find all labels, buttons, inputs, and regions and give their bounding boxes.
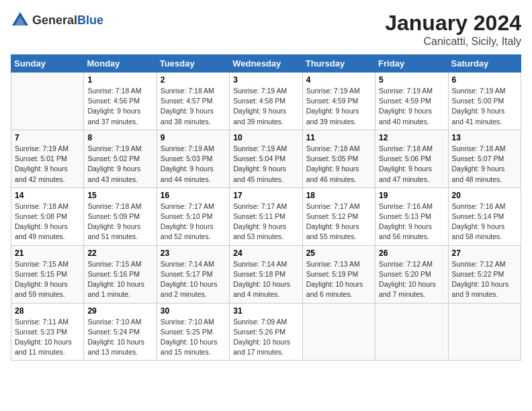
day-info: Sunrise: 7:11 AMSunset: 5:23 PMDaylight:…	[15, 317, 80, 358]
day-info: Sunrise: 7:10 AMSunset: 5:24 PMDaylight:…	[87, 317, 152, 358]
calendar-cell: 15Sunrise: 7:18 AMSunset: 5:09 PMDayligh…	[84, 187, 157, 245]
day-number: 31	[233, 306, 298, 316]
day-number: 8	[87, 133, 152, 142]
calendar-cell: 3Sunrise: 7:19 AMSunset: 4:58 PMDaylight…	[230, 73, 302, 130]
calendar-cell: 21Sunrise: 7:15 AMSunset: 5:15 PMDayligh…	[11, 245, 84, 303]
day-header-wednesday: Wednesday	[230, 55, 302, 73]
day-info: Sunrise: 7:18 AMSunset: 5:08 PMDaylight:…	[15, 201, 80, 242]
calendar-cell: 30Sunrise: 7:10 AMSunset: 5:25 PMDayligh…	[157, 303, 229, 361]
day-number: 20	[452, 191, 517, 200]
day-info: Sunrise: 7:18 AMSunset: 4:56 PMDaylight:…	[87, 86, 152, 127]
calendar-cell: 18Sunrise: 7:17 AMSunset: 5:12 PMDayligh…	[302, 187, 375, 245]
day-info: Sunrise: 7:19 AMSunset: 4:58 PMDaylight:…	[233, 86, 298, 127]
calendar-cell	[375, 303, 448, 361]
day-info: Sunrise: 7:19 AMSunset: 5:00 PMDaylight:…	[452, 86, 517, 127]
day-header-friday: Friday	[375, 55, 448, 73]
day-number: 10	[233, 133, 298, 142]
day-info: Sunrise: 7:13 AMSunset: 5:19 PMDaylight:…	[306, 259, 371, 300]
day-info: Sunrise: 7:19 AMSunset: 5:03 PMDaylight:…	[161, 144, 226, 185]
calendar-header: SundayMondayTuesdayWednesdayThursdayFrid…	[11, 55, 521, 73]
day-number: 9	[161, 133, 226, 142]
day-header-sunday: Sunday	[11, 55, 84, 73]
day-number: 23	[161, 248, 226, 258]
day-info: Sunrise: 7:17 AMSunset: 5:12 PMDaylight:…	[306, 201, 371, 242]
page-header: GeneralBlue January 2024 Canicatti, Sici…	[11, 11, 521, 48]
day-info: Sunrise: 7:10 AMSunset: 5:25 PMDaylight:…	[161, 317, 226, 358]
day-info: Sunrise: 7:15 AMSunset: 5:16 PMDaylight:…	[87, 259, 152, 300]
day-info: Sunrise: 7:17 AMSunset: 5:10 PMDaylight:…	[161, 201, 226, 242]
day-info: Sunrise: 7:18 AMSunset: 5:07 PMDaylight:…	[452, 144, 517, 185]
calendar-cell: 22Sunrise: 7:15 AMSunset: 5:16 PMDayligh…	[84, 245, 157, 303]
day-info: Sunrise: 7:14 AMSunset: 5:18 PMDaylight:…	[233, 259, 298, 300]
day-number: 18	[306, 191, 371, 200]
day-number: 6	[452, 75, 517, 85]
day-number: 29	[87, 306, 152, 316]
page-subtitle: Canicatti, Sicily, Italy	[385, 36, 521, 48]
week-row-3: 14Sunrise: 7:18 AMSunset: 5:08 PMDayligh…	[11, 187, 521, 245]
calendar-cell: 25Sunrise: 7:13 AMSunset: 5:19 PMDayligh…	[302, 245, 375, 303]
day-number: 14	[15, 191, 80, 200]
day-number: 25	[306, 248, 371, 258]
day-number: 1	[87, 75, 152, 85]
day-number: 30	[161, 306, 226, 316]
day-number: 24	[233, 248, 298, 258]
day-number: 15	[87, 191, 152, 200]
calendar-cell: 4Sunrise: 7:19 AMSunset: 4:59 PMDaylight…	[302, 73, 375, 130]
calendar-cell: 14Sunrise: 7:18 AMSunset: 5:08 PMDayligh…	[11, 187, 84, 245]
week-row-4: 21Sunrise: 7:15 AMSunset: 5:15 PMDayligh…	[11, 245, 521, 303]
day-info: Sunrise: 7:09 AMSunset: 5:26 PMDaylight:…	[233, 317, 298, 358]
calendar-cell: 7Sunrise: 7:19 AMSunset: 5:01 PMDaylight…	[11, 130, 84, 187]
calendar-cell: 6Sunrise: 7:19 AMSunset: 5:00 PMDaylight…	[448, 73, 521, 130]
calendar-cell: 11Sunrise: 7:18 AMSunset: 5:05 PMDayligh…	[302, 130, 375, 187]
logo-icon	[11, 11, 30, 30]
day-header-thursday: Thursday	[302, 55, 375, 73]
logo-general-text: General	[32, 13, 77, 27]
day-number: 19	[379, 191, 444, 200]
calendar-cell: 24Sunrise: 7:14 AMSunset: 5:18 PMDayligh…	[230, 245, 302, 303]
day-info: Sunrise: 7:19 AMSunset: 5:02 PMDaylight:…	[87, 144, 152, 185]
calendar-cell	[11, 73, 84, 130]
week-row-5: 28Sunrise: 7:11 AMSunset: 5:23 PMDayligh…	[11, 303, 521, 361]
week-row-1: 1Sunrise: 7:18 AMSunset: 4:56 PMDaylight…	[11, 73, 521, 130]
calendar-cell	[302, 303, 375, 361]
logo: GeneralBlue	[11, 11, 103, 30]
calendar-cell: 10Sunrise: 7:19 AMSunset: 5:04 PMDayligh…	[230, 130, 302, 187]
calendar-cell: 5Sunrise: 7:19 AMSunset: 4:59 PMDaylight…	[375, 73, 448, 130]
calendar-cell: 2Sunrise: 7:18 AMSunset: 4:57 PMDaylight…	[157, 73, 229, 130]
calendar-cell: 16Sunrise: 7:17 AMSunset: 5:10 PMDayligh…	[157, 187, 229, 245]
calendar-cell: 1Sunrise: 7:18 AMSunset: 4:56 PMDaylight…	[84, 73, 157, 130]
calendar-cell: 13Sunrise: 7:18 AMSunset: 5:07 PMDayligh…	[448, 130, 521, 187]
title-block: January 2024 Canicatti, Sicily, Italy	[385, 11, 521, 48]
day-info: Sunrise: 7:12 AMSunset: 5:22 PMDaylight:…	[452, 259, 517, 300]
day-info: Sunrise: 7:19 AMSunset: 4:59 PMDaylight:…	[306, 86, 371, 127]
page-title: January 2024	[385, 11, 521, 36]
header-row: SundayMondayTuesdayWednesdayThursdayFrid…	[11, 55, 521, 73]
day-number: 13	[452, 133, 517, 142]
day-number: 5	[379, 75, 444, 85]
day-number: 27	[452, 248, 517, 258]
calendar-cell: 29Sunrise: 7:10 AMSunset: 5:24 PMDayligh…	[84, 303, 157, 361]
calendar-cell	[448, 303, 521, 361]
calendar-cell: 19Sunrise: 7:16 AMSunset: 5:13 PMDayligh…	[375, 187, 448, 245]
day-number: 28	[15, 306, 80, 316]
day-info: Sunrise: 7:18 AMSunset: 5:05 PMDaylight:…	[306, 144, 371, 185]
day-number: 16	[161, 191, 226, 200]
calendar-cell: 23Sunrise: 7:14 AMSunset: 5:17 PMDayligh…	[157, 245, 229, 303]
calendar-table: SundayMondayTuesdayWednesdayThursdayFrid…	[11, 54, 521, 361]
day-info: Sunrise: 7:19 AMSunset: 4:59 PMDaylight:…	[379, 86, 444, 127]
day-number: 3	[233, 75, 298, 85]
day-info: Sunrise: 7:14 AMSunset: 5:17 PMDaylight:…	[161, 259, 226, 300]
day-number: 7	[15, 133, 80, 142]
day-info: Sunrise: 7:18 AMSunset: 5:09 PMDaylight:…	[87, 201, 152, 242]
day-number: 12	[379, 133, 444, 142]
calendar-cell: 31Sunrise: 7:09 AMSunset: 5:26 PMDayligh…	[230, 303, 302, 361]
day-info: Sunrise: 7:16 AMSunset: 5:13 PMDaylight:…	[379, 201, 444, 242]
day-info: Sunrise: 7:15 AMSunset: 5:15 PMDaylight:…	[15, 259, 80, 300]
day-number: 2	[161, 75, 226, 85]
logo-blue-text: Blue	[77, 13, 103, 27]
calendar-cell: 8Sunrise: 7:19 AMSunset: 5:02 PMDaylight…	[84, 130, 157, 187]
day-number: 17	[233, 191, 298, 200]
day-info: Sunrise: 7:19 AMSunset: 5:01 PMDaylight:…	[15, 144, 80, 185]
day-info: Sunrise: 7:12 AMSunset: 5:20 PMDaylight:…	[379, 259, 444, 300]
calendar-cell: 20Sunrise: 7:16 AMSunset: 5:14 PMDayligh…	[448, 187, 521, 245]
